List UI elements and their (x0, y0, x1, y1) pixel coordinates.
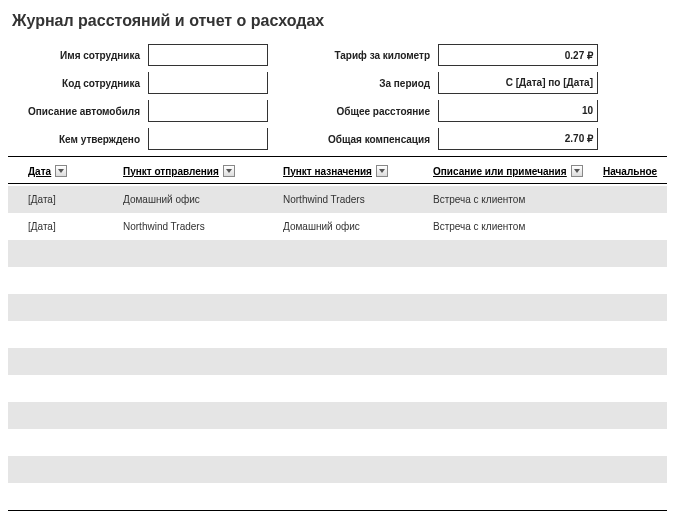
table-row[interactable]: [Дата] Домашний офис Northwind Traders В… (8, 186, 667, 213)
period-field[interactable]: С [Дата] по [Дата] (438, 72, 598, 94)
filter-icon[interactable] (571, 165, 583, 177)
employee-name-label: Имя сотрудника (18, 50, 148, 61)
filter-icon[interactable] (223, 165, 235, 177)
col-start-label: Начальное (603, 166, 657, 177)
table-footer-divider (8, 510, 667, 511)
filter-icon[interactable] (55, 165, 67, 177)
header-fields: Имя сотрудника Тариф за километр 0.27 ₽ … (18, 44, 667, 150)
table-body: [Дата] Домашний офис Northwind Traders В… (8, 186, 667, 510)
table-row[interactable] (8, 321, 667, 348)
cell-to: Northwind Traders (263, 194, 413, 205)
mileage-table: Дата Пункт отправления Пункт назначения … (8, 159, 667, 511)
col-from-label: Пункт отправления (123, 166, 219, 177)
distance-label: Общее расстояние (308, 106, 438, 117)
employee-name-field[interactable] (148, 44, 268, 66)
table-header-divider (8, 183, 667, 184)
col-to-label: Пункт назначения (283, 166, 372, 177)
col-desc[interactable]: Описание или примечания (413, 165, 593, 177)
table-header: Дата Пункт отправления Пункт назначения … (8, 159, 667, 183)
period-label: За период (308, 78, 438, 89)
total-field[interactable]: 2.70 ₽ (438, 128, 598, 150)
cell-from: Northwind Traders (103, 221, 263, 232)
approved-by-field[interactable] (148, 128, 268, 150)
header-divider (8, 156, 667, 157)
employee-code-field[interactable] (148, 72, 268, 94)
vehicle-label: Описание автомобиля (18, 106, 148, 117)
table-row[interactable] (8, 294, 667, 321)
rate-label: Тариф за километр (308, 50, 438, 61)
table-row[interactable] (8, 429, 667, 456)
table-row[interactable] (8, 402, 667, 429)
approved-by-label: Кем утверждено (18, 134, 148, 145)
col-from[interactable]: Пункт отправления (103, 165, 263, 177)
col-date[interactable]: Дата (8, 165, 103, 177)
cell-date: [Дата] (8, 221, 103, 232)
table-row[interactable] (8, 456, 667, 483)
table-row[interactable]: [Дата] Northwind Traders Домашний офис В… (8, 213, 667, 240)
col-start[interactable]: Начальное (593, 166, 673, 177)
table-row[interactable] (8, 267, 667, 294)
employee-code-label: Код сотрудника (18, 78, 148, 89)
total-label: Общая компенсация (308, 134, 438, 145)
page-title: Журнал расстояний и отчет о расходах (12, 12, 667, 30)
cell-to: Домашний офис (263, 221, 413, 232)
rate-field[interactable]: 0.27 ₽ (438, 44, 598, 66)
filter-icon[interactable] (376, 165, 388, 177)
vehicle-field[interactable] (148, 100, 268, 122)
distance-field[interactable]: 10 (438, 100, 598, 122)
cell-desc: Встреча с клиентом (413, 194, 593, 205)
cell-from: Домашний офис (103, 194, 263, 205)
col-to[interactable]: Пункт назначения (263, 165, 413, 177)
col-desc-label: Описание или примечания (433, 166, 567, 177)
table-row[interactable] (8, 375, 667, 402)
table-row[interactable] (8, 240, 667, 267)
cell-date: [Дата] (8, 194, 103, 205)
col-date-label: Дата (28, 166, 51, 177)
table-row[interactable] (8, 483, 667, 510)
table-row[interactable] (8, 348, 667, 375)
cell-desc: Встреча с клиентом (413, 221, 593, 232)
